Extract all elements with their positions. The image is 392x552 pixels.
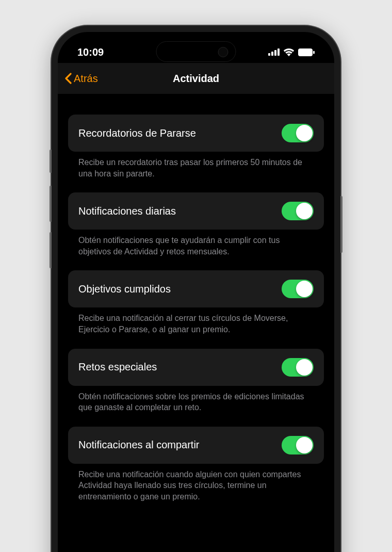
setting-desc: Recibe una notificación al cerrar tus cí… bbox=[68, 307, 324, 348]
svg-rect-1 bbox=[271, 52, 273, 56]
phone-screen: 10:09 bbox=[58, 32, 334, 552]
toggle-sharing-notifications[interactable] bbox=[282, 436, 314, 454]
side-button bbox=[50, 150, 52, 173]
toggle-goals-achieved[interactable] bbox=[282, 280, 314, 298]
setting-desc: Recibe un recordatorio tras pasar los pr… bbox=[68, 152, 324, 192]
svg-rect-5 bbox=[313, 51, 315, 54]
dynamic-island bbox=[156, 41, 236, 62]
side-button bbox=[50, 232, 52, 268]
setting-goals-achieved[interactable]: Objetivos cumplidos bbox=[68, 270, 324, 307]
battery-icon bbox=[298, 48, 315, 56]
svg-rect-3 bbox=[277, 48, 280, 56]
setting-sharing-notifications[interactable]: Notificaciones al compartir bbox=[68, 427, 324, 464]
toggle-stand-reminders[interactable] bbox=[282, 124, 314, 142]
wifi-icon bbox=[283, 48, 295, 56]
setting-label: Recordatorios de Pararse bbox=[78, 127, 196, 139]
settings-list: Recordatorios de Pararse Recibe un recor… bbox=[58, 94, 334, 516]
svg-rect-4 bbox=[298, 48, 313, 56]
setting-desc: Recibe una notificación cuando alguien c… bbox=[68, 464, 324, 516]
phone-frame: 10:09 bbox=[52, 26, 340, 552]
toggle-special-challenges[interactable] bbox=[282, 358, 314, 377]
nav-bar: Atrás Actividad bbox=[58, 63, 334, 94]
back-label: Atrás bbox=[74, 73, 98, 85]
setting-stand-reminders[interactable]: Recordatorios de Pararse bbox=[68, 115, 324, 152]
setting-label: Notificaciones al compartir bbox=[78, 439, 200, 451]
setting-special-challenges[interactable]: Retos especiales bbox=[68, 349, 324, 386]
setting-label: Objetivos cumplidos bbox=[78, 283, 171, 295]
status-time: 10:09 bbox=[77, 46, 104, 58]
setting-daily-notifications[interactable]: Notificaciones diarias bbox=[68, 192, 324, 230]
setting-desc: Obtén notificaciones sobre los premios d… bbox=[68, 386, 324, 427]
setting-desc: Obtén notificaciones que te ayudarán a c… bbox=[68, 230, 324, 270]
side-button bbox=[50, 186, 52, 222]
cellular-signal-icon bbox=[268, 48, 280, 56]
side-button bbox=[340, 196, 342, 253]
svg-rect-2 bbox=[274, 50, 276, 56]
toggle-daily-notifications[interactable] bbox=[282, 202, 314, 220]
back-button[interactable]: Atrás bbox=[64, 73, 98, 85]
setting-label: Retos especiales bbox=[78, 361, 157, 373]
setting-label: Notificaciones diarias bbox=[78, 205, 176, 217]
status-icons bbox=[268, 48, 315, 56]
chevron-left-icon bbox=[64, 73, 72, 84]
svg-rect-0 bbox=[268, 53, 270, 56]
page-title: Actividad bbox=[173, 73, 219, 85]
